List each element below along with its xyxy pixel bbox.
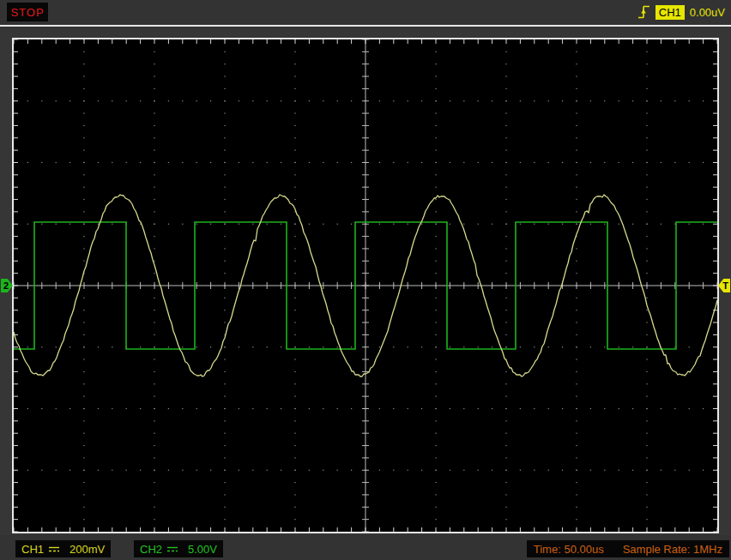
timebase-readout: Time: 50.00us Sample Rate: 1MHz [527,540,729,557]
timebase-value: Time: 50.00us [534,543,604,556]
scope-display [12,38,719,533]
trigger-readout: CH1 0.00uV [637,3,725,21]
graticule [14,39,717,532]
dc-coupling-icon [48,545,60,553]
top-bar: STOP CH1 0.00uV [0,0,731,27]
ch1-scale-readout[interactable]: CH1 200mV [15,540,111,557]
ch2-label: CH2 [140,543,162,556]
trigger-level-marker[interactable]: T [718,279,730,292]
acquisition-status-badge[interactable]: STOP [7,3,48,21]
ch1-label: CH1 [21,543,44,556]
ch2-scale-readout[interactable]: CH2 5.00V [134,540,223,557]
bottom-bar: CH1 200mV CH2 5.00V Time: 50.00us Sample… [0,535,731,560]
dc-coupling-icon [166,545,178,553]
trigger-source-badge[interactable]: CH1 [655,5,685,20]
sample-rate-value: Sample Rate: 1MHz [623,543,722,556]
trigger-level-value: 0.00uV [690,6,725,19]
ch2-scale-value: 5.00V [188,543,217,556]
rising-edge-trigger-icon [637,3,650,21]
ch2-marker-label: 2 [3,280,9,291]
trigger-marker-label: T [722,280,728,291]
ch1-scale-value: 200mV [69,543,105,556]
ch2-ground-marker[interactable]: 2 [1,279,13,292]
